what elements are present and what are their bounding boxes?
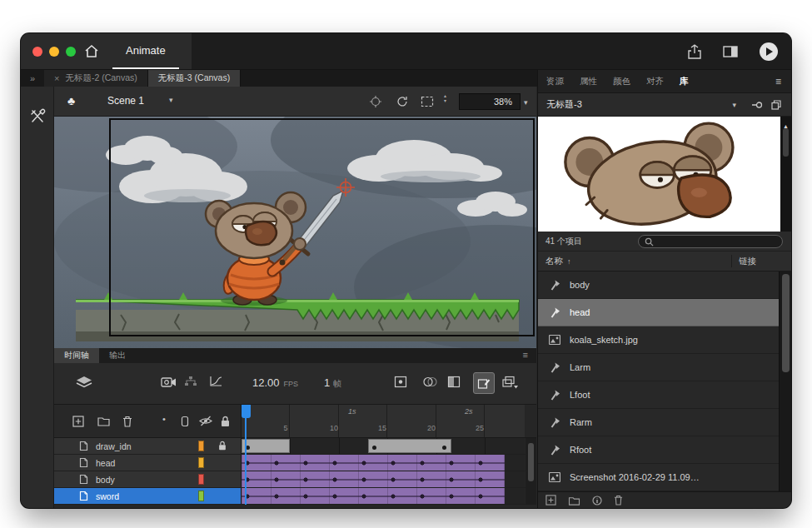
scrollbar-thumb[interactable] [528, 443, 534, 481]
timeline-scrollbar[interactable] [526, 438, 536, 505]
new-symbol-button[interactable] [545, 495, 556, 506]
rotate-tool-icon[interactable] [396, 95, 409, 108]
layer-lock-icon[interactable] [218, 441, 227, 451]
current-frame-value: 1 [324, 376, 330, 389]
library-document-select[interactable]: 无标题-3 ▾ [546, 98, 736, 111]
layer-name-cell[interactable]: head [54, 455, 242, 471]
highlight-layer-dot-icon[interactable]: • [162, 414, 166, 424]
scrollbar-thumb[interactable] [782, 274, 790, 372]
document-tab-untitled-2[interactable]: × 无标题-2 (Canvas) [44, 70, 148, 87]
current-frame-control[interactable]: 1 帧 [324, 376, 341, 390]
home-button[interactable] [84, 44, 99, 58]
node-hierarchy-icon[interactable] [184, 376, 197, 386]
layers-stack-icon[interactable] [76, 376, 92, 389]
frame-rate-control[interactable]: 12.00 FPS [252, 376, 298, 389]
scene-chevron-down-icon[interactable]: ▾ [169, 96, 173, 104]
new-folder-button[interactable] [568, 496, 580, 506]
panel-toggle-button[interactable] [723, 46, 738, 57]
library-column-header[interactable]: 名称 ↑ 链接 [538, 252, 791, 271]
layer-track[interactable] [242, 455, 525, 471]
minimize-window-button[interactable] [49, 47, 59, 57]
panel-menu-icon[interactable]: ≡ [775, 76, 781, 87]
library-search-box[interactable] [638, 235, 783, 248]
tab-output[interactable]: 输出 [99, 348, 136, 363]
layer-track[interactable] [242, 471, 525, 487]
layer-name-cell-selected[interactable]: sword [54, 488, 242, 504]
column-link[interactable]: 链接 [739, 256, 756, 267]
layer-track[interactable] [242, 438, 525, 454]
tab-assets[interactable]: 资源 [546, 76, 564, 87]
zoom-level-input[interactable]: 38% [459, 93, 521, 110]
list-item-rarm[interactable]: Rarm [538, 409, 791, 436]
app-title-tab[interactable]: Animate [112, 33, 179, 69]
static-frame-span[interactable] [242, 439, 290, 453]
tab-library[interactable]: 库 [680, 76, 689, 87]
close-tab-icon[interactable]: × [54, 73, 59, 83]
search-input[interactable] [658, 237, 776, 247]
new-library-panel-icon[interactable] [771, 100, 781, 110]
sort-ascending-icon[interactable]: ↑ [567, 257, 571, 266]
delete-item-button[interactable] [614, 495, 623, 506]
outline-view-icon[interactable] [181, 416, 189, 427]
tab-color[interactable]: 颜色 [613, 76, 630, 87]
scrollbar-thumb[interactable] [783, 128, 789, 157]
list-item-koala-sketch[interactable]: koala_sketch.jpg [538, 326, 791, 354]
stage-canvas[interactable] [54, 117, 536, 348]
tab-overflow-icon[interactable]: » [21, 70, 44, 87]
list-item-rfoot[interactable]: Rfoot [538, 436, 791, 464]
frame-view-options-icon[interactable] [502, 376, 519, 389]
new-layer-icon[interactable] [72, 416, 84, 427]
tab-properties[interactable]: 属性 [580, 76, 597, 87]
share-button[interactable] [688, 44, 701, 59]
camera-icon[interactable] [161, 376, 177, 387]
close-window-button[interactable] [32, 47, 42, 57]
motion-tween-span[interactable] [242, 488, 505, 504]
insert-keyframe-icon[interactable] [394, 376, 407, 388]
scene-breadcrumb[interactable]: Scene 1 [107, 95, 144, 107]
layer-name-cell[interactable]: body [54, 471, 242, 487]
column-divider[interactable] [731, 255, 732, 267]
layer-row-sword[interactable]: sword [54, 488, 536, 505]
motion-graph-icon[interactable] [209, 376, 222, 387]
tab-timeline[interactable]: 时间轴 [54, 348, 99, 363]
layer-row-draw-idn[interactable]: draw_idn [54, 438, 536, 455]
clip-content-icon[interactable] [421, 96, 434, 107]
tab-align[interactable]: 对齐 [646, 76, 664, 87]
list-item-lfoot[interactable]: Lfoot [538, 381, 791, 409]
timeline-panel-menu-icon[interactable]: ≡ [523, 350, 528, 360]
edit-toolbar-icon[interactable] [29, 108, 46, 125]
motion-tween-span[interactable] [242, 471, 505, 487]
center-stage-icon[interactable] [369, 95, 382, 108]
new-folder-icon[interactable] [97, 416, 110, 426]
spin-down-icon[interactable]: ▾ [444, 98, 446, 103]
delete-layer-icon[interactable] [122, 416, 132, 427]
layer-track[interactable] [242, 488, 525, 504]
test-movie-play-button[interactable] [760, 42, 778, 61]
playhead-handle[interactable] [242, 405, 251, 418]
layer-name-cell[interactable]: draw_idn [54, 438, 242, 454]
document-tab-untitled-3[interactable]: 无标题-3 (Canvas) [148, 70, 241, 87]
list-item-screenshot[interactable]: Screenshot 2016-02-29 11.09… [538, 464, 791, 491]
onion-skin-icon[interactable] [422, 376, 438, 388]
hide-layers-eye-icon[interactable] [199, 416, 212, 426]
edit-multiple-frames-button[interactable] [473, 372, 495, 394]
preview-scrollbar[interactable]: ▲ [780, 117, 791, 232]
fullscreen-window-button[interactable] [66, 47, 76, 57]
list-item-larm[interactable]: Larm [538, 354, 791, 381]
static-frame-span[interactable] [368, 439, 451, 453]
timeline-ruler[interactable]: 1s 2s 5 10 15 20 25 [242, 405, 525, 437]
zoom-chevron-down-icon[interactable]: ▾ [524, 98, 528, 107]
pin-library-icon[interactable] [751, 101, 763, 109]
column-name[interactable]: 名称 [545, 256, 563, 267]
lock-layers-icon[interactable] [221, 416, 230, 427]
item-properties-button[interactable] [592, 496, 602, 506]
list-item-body[interactable]: body [538, 271, 791, 299]
layer-row-body[interactable]: body [54, 471, 536, 488]
zoom-stepper[interactable]: ▴ ▾ [444, 93, 446, 103]
library-scrollbar[interactable] [779, 271, 791, 491]
motion-tween-span[interactable] [242, 455, 505, 471]
playhead-line[interactable] [245, 418, 247, 505]
layer-row-head[interactable]: head [54, 455, 536, 471]
split-frames-icon[interactable] [447, 376, 461, 388]
list-item-head-selected[interactable]: head [538, 299, 791, 326]
